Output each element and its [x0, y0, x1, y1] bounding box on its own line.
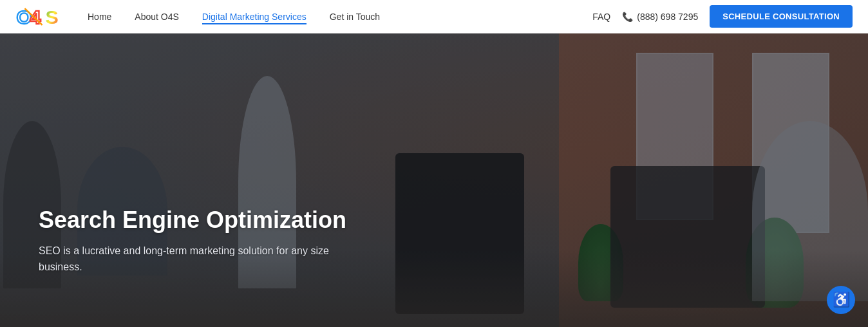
hero-content: Search Engine Optimization SEO is a lucr… [39, 206, 373, 276]
svg-text:4: 4 [30, 6, 41, 28]
phone-number: (888) 698 7295 [637, 12, 698, 22]
accessibility-icon: ♿ [833, 292, 850, 308]
hero-subtitle: SEO is a lucrative and long-term marketi… [39, 243, 373, 276]
nav-link-services[interactable]: Digital Marketing Services [202, 12, 307, 24]
hero-title: Search Engine Optimization [39, 206, 373, 234]
nav-item-home[interactable]: Home [88, 11, 111, 23]
nav-link-faq[interactable]: FAQ [592, 12, 610, 22]
hero-overlay [0, 33, 868, 327]
phone-info: 📞 (888) 698 7295 [622, 12, 698, 22]
nav-right: FAQ 📞 (888) 698 7295 SCHEDULE CONSULTATI… [592, 5, 853, 28]
nav-link-home[interactable]: Home [88, 12, 111, 22]
phone-icon: 📞 [622, 12, 633, 22]
nav-item-contact[interactable]: Get in Touch [330, 11, 380, 23]
svg-text:S: S [45, 6, 58, 28]
nav-link-about[interactable]: About O4S [135, 12, 179, 22]
nav-links: Home About O4S Digital Marketing Service… [88, 11, 592, 23]
nav-link-contact[interactable]: Get in Touch [330, 12, 380, 22]
nav-item-about[interactable]: About O4S [135, 11, 179, 23]
logo[interactable]: O 4 S [15, 5, 67, 29]
navbar: O 4 S H [0, 0, 868, 33]
schedule-consultation-button[interactable]: SCHEDULE CONSULTATION [710, 5, 853, 28]
accessibility-button[interactable]: ♿ [827, 286, 855, 314]
nav-item-services[interactable]: Digital Marketing Services [202, 11, 307, 23]
hero-section: Search Engine Optimization SEO is a lucr… [0, 33, 868, 327]
